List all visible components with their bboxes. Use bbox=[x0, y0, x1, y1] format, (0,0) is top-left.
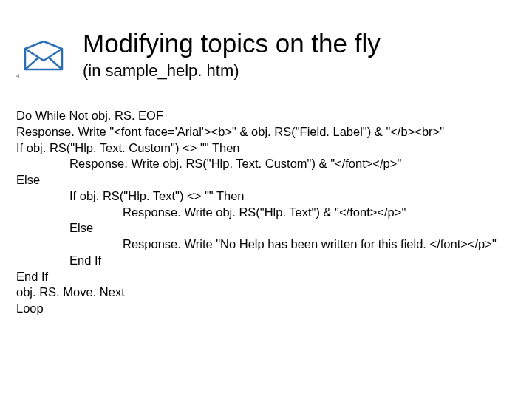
code-line: If obj. RS("Hlp. Text") <> "" Then bbox=[69, 188, 516, 205]
code-line: Else bbox=[69, 220, 516, 236]
code-line: If obj. RS("Hlp. Text. Custom") <> "" Th… bbox=[16, 140, 516, 157]
envelope-icon bbox=[22, 40, 65, 77]
code-line: Response. Write obj. RS("Hlp. Text. Cust… bbox=[69, 156, 516, 172]
code-line: Do While Not obj. RS. EOF bbox=[16, 108, 516, 124]
code-line: obj. RS. Move. Next bbox=[16, 284, 516, 301]
code-line: End If bbox=[16, 269, 516, 285]
slide: 4 Modifying topics on the fly (in sample… bbox=[0, 0, 532, 399]
code-line: Response. Write "<font face='Arial'><b>"… bbox=[16, 124, 516, 140]
header: Modifying topics on the fly (in sample_h… bbox=[83, 30, 510, 81]
code-line: Else bbox=[16, 172, 516, 188]
code-line: End If bbox=[69, 253, 516, 269]
code-line: Response. Write "No Help has been writte… bbox=[123, 236, 516, 253]
page-subtitle: (in sample_help. htm) bbox=[83, 61, 510, 81]
code-line: Response. Write obj. RS("Hlp. Text") & "… bbox=[123, 205, 516, 221]
code-block: Do While Not obj. RS. EOF Response. Writ… bbox=[16, 108, 516, 317]
page-number: 4 bbox=[16, 72, 19, 79]
code-line: Loop bbox=[16, 301, 516, 317]
page-title: Modifying topics on the fly bbox=[83, 30, 510, 58]
